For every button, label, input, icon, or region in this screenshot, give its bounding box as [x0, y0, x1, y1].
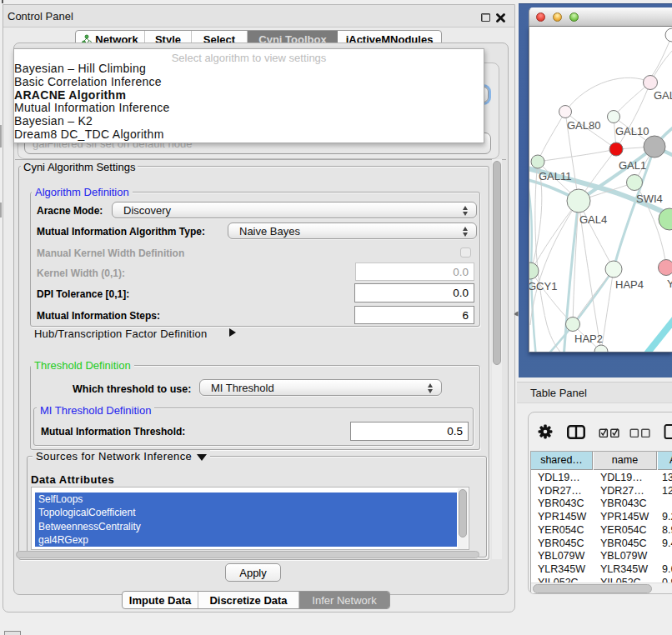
svg-text:GAL: GAL — [654, 89, 672, 102]
svg-text:GAL80: GAL80 — [567, 119, 600, 132]
svg-text:SWI4: SWI4 — [636, 192, 663, 205]
svg-text:GAL10: GAL10 — [615, 125, 649, 138]
svg-text:GAL1: GAL1 — [619, 159, 646, 172]
svg-text:GCY1: GCY1 — [529, 280, 557, 292]
svg-text:Y: Y — [667, 278, 672, 290]
svg-text:HAP2: HAP2 — [574, 332, 603, 345]
svg-text:GAL11: GAL11 — [539, 170, 572, 182]
svg-text:HAP4: HAP4 — [615, 278, 644, 291]
svg-text:GAL4: GAL4 — [579, 213, 607, 226]
